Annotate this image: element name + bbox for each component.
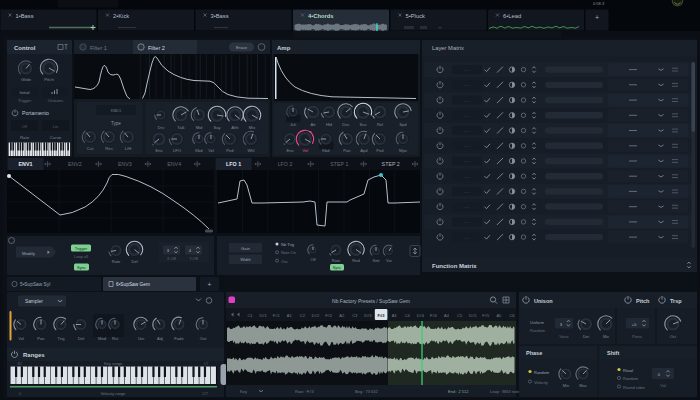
svg-text:Initial: Initial (20, 90, 30, 95)
svg-text:Smt: Smt (373, 258, 381, 263)
svg-text:Pitch: Pitch (636, 298, 650, 304)
svg-text:Amp: Amp (277, 45, 291, 51)
svg-text:- - -: - - - (464, 114, 470, 118)
svg-text:Mid: Mid (196, 125, 203, 130)
svg-text:Uniform: Uniform (530, 320, 545, 325)
svg-text:D#1: D#1 (259, 313, 267, 318)
svg-text:Gain: Gain (241, 246, 251, 251)
svg-text:Ped: Ped (376, 148, 384, 153)
svg-text:+: + (595, 14, 599, 21)
svg-text:A2: A2 (339, 313, 345, 318)
svg-text:Det: Det (583, 334, 590, 339)
svg-text:Random: Random (530, 328, 546, 333)
svg-text:Octaves: Octaves (48, 98, 63, 103)
svg-text:6•SupSaw Gem: 6•SupSaw Gem (116, 282, 150, 287)
svg-text:Phase: Phase (526, 350, 542, 356)
svg-text:Vel: Vel (208, 148, 214, 153)
svg-text:Vol: Vol (18, 336, 24, 341)
svg-text:Width: Width (240, 257, 251, 262)
svg-text:D#5: D#5 (469, 313, 477, 318)
svg-text:Fade: Fade (174, 336, 184, 341)
svg-text:5•Pluck: 5•Pluck (406, 13, 426, 19)
svg-text:Filter 2: Filter 2 (148, 45, 165, 51)
svg-text:- - -: - - - (464, 220, 470, 224)
svg-text:Say: Say (213, 125, 221, 130)
svg-text:Note On: Note On (281, 250, 296, 255)
svg-text:C4: C4 (405, 313, 411, 318)
svg-text:STEP 1: STEP 1 (330, 161, 348, 167)
svg-text:Apd: Apd (360, 148, 368, 153)
svg-text:Random: Random (534, 370, 550, 375)
svg-text:Max: Max (579, 383, 586, 388)
svg-text:Round robin: Round robin (623, 385, 645, 390)
svg-text:0: 0 (19, 392, 21, 396)
svg-text:- - -: - - - (464, 144, 470, 148)
svg-text:Adj: Adj (157, 336, 163, 341)
svg-text:3•Bass: 3•Bass (211, 13, 229, 19)
svg-text:Function Matrix: Function Matrix (432, 263, 477, 269)
svg-text:Mix: Mix (603, 334, 609, 339)
svg-text:Del: Del (78, 336, 84, 341)
svg-text:Rst: Rst (112, 336, 119, 341)
svg-text:A1: A1 (287, 313, 293, 318)
svg-text:- - -: - - - (464, 68, 470, 72)
svg-text:- - -: - - - (464, 236, 470, 240)
svg-text:Layer Matrix: Layer Matrix (432, 45, 464, 51)
svg-text:Ranges: Ranges (23, 352, 45, 358)
svg-text:End : 2 512: End : 2 512 (448, 389, 469, 394)
svg-text:Kbd: Kbd (195, 148, 203, 153)
svg-text:A5: A5 (496, 313, 502, 318)
svg-text:C2: C2 (300, 313, 306, 318)
svg-text:+: + (208, 281, 212, 288)
svg-text:6•Lead: 6•Lead (503, 13, 521, 19)
svg-text:Glide: Glide (21, 77, 32, 82)
svg-text:Hld: Hld (326, 122, 333, 127)
svg-text:Shift: Shift (607, 350, 619, 356)
svg-text:Velocity range: Velocity range (100, 391, 126, 396)
svg-text:Res: Res (105, 146, 113, 151)
svg-text:Sync: Sync (77, 265, 86, 270)
svg-text:- - -: - - - (464, 205, 470, 209)
svg-text:Y-Off: Y-Off (189, 257, 198, 261)
svg-text:Filter 1: Filter 1 (90, 45, 107, 51)
svg-text:Unison: Unison (534, 298, 553, 304)
svg-text:Random: Random (623, 376, 639, 381)
svg-text:Min: Min (563, 383, 569, 388)
svg-text:C6: C6 (509, 313, 515, 318)
svg-text:Pan: Pan (37, 336, 45, 341)
svg-text:C3: C3 (352, 313, 358, 318)
svg-text:Env: Env (155, 148, 163, 153)
svg-text:- - -: - - - (464, 129, 470, 133)
svg-text:Loop all: Loop all (74, 254, 88, 259)
svg-text:Sampler: Sampler (25, 299, 43, 304)
svg-text:5•SupSaw Syl: 5•SupSaw Syl (20, 282, 50, 287)
svg-text:Rate: Rate (112, 259, 121, 264)
svg-text:Portamento: Portamento (22, 110, 49, 116)
svg-text:F#1: F#1 (273, 313, 281, 318)
svg-text:Mod: Mod (98, 336, 107, 341)
svg-text:Vel: Vel (302, 148, 308, 153)
svg-text:Control: Control (14, 45, 36, 51)
svg-text:Curve: Curve (50, 135, 62, 140)
svg-text:Uni: Uni (138, 336, 144, 341)
svg-text:Ahh: Ahh (231, 125, 239, 130)
svg-text:Lin: Lin (53, 124, 58, 129)
svg-text:D#3: D#3 (364, 313, 372, 318)
svg-text:A4: A4 (444, 313, 450, 318)
svg-text:- - -: - - - (464, 83, 470, 87)
svg-text:C7: C7 (204, 362, 209, 366)
svg-text:2•Kick: 2•Kick (113, 13, 129, 19)
svg-text:D#2: D#2 (312, 313, 320, 318)
svg-text:Osc: Osc (281, 259, 288, 264)
svg-text:Talk: Talk (177, 125, 185, 130)
svg-text:Beg : 73 632: Beg : 73 632 (355, 389, 378, 394)
svg-text:Rate: Rate (20, 135, 30, 140)
svg-text:- - -: - - - (464, 190, 470, 194)
svg-text:C1: C1 (247, 313, 253, 318)
svg-text:Nb Factory Presets / SupSaw Ge: Nb Factory Presets / SupSaw Gem (332, 298, 410, 304)
svg-text:Del: Del (131, 259, 137, 264)
svg-text:Ritual: Ritual (623, 368, 633, 373)
svg-text:127: 127 (202, 392, 208, 396)
svg-text:F#5: F#5 (482, 313, 490, 318)
svg-text:ENV3: ENV3 (118, 161, 132, 167)
